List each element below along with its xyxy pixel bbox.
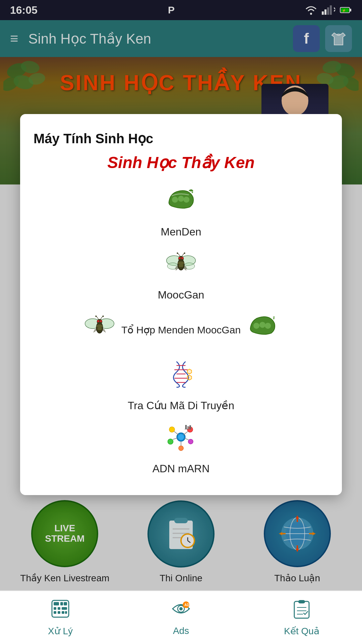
svg-point-39 <box>167 263 178 269</box>
molecule-icon <box>166 422 196 459</box>
nav-item-xuly[interactable]: Xử Lý <box>0 599 121 637</box>
svg-point-57 <box>95 316 97 317</box>
xuly-icon <box>50 599 70 623</box>
modal: Máy Tính Sinh Học Sinh Học Thầy Ken <box>20 114 342 495</box>
svg-point-52 <box>96 324 103 328</box>
modal-subtitle: Sinh Học Thầy Ken <box>34 153 328 172</box>
svg-point-34 <box>172 197 178 203</box>
svg-point-97 <box>179 607 183 610</box>
ads-label: Ads <box>173 626 189 636</box>
modal-item-tracuu[interactable]: Tra Cứu Mã Di Truyền <box>34 359 328 412</box>
svg-rect-100 <box>294 601 309 618</box>
svg-point-48 <box>184 253 185 254</box>
svg-rect-83 <box>189 425 191 429</box>
moocgan-label: MoocGan <box>158 289 204 301</box>
adnmarn-label: ADN mARN <box>153 463 210 475</box>
svg-marker-67 <box>187 369 192 374</box>
modal-header: Máy Tính Sinh Học <box>34 131 328 146</box>
svg-point-70 <box>178 434 184 440</box>
xuly-label: Xử Lý <box>48 626 73 637</box>
svg-point-59 <box>253 323 259 329</box>
modal-item-menden[interactable]: MenDen <box>34 185 328 238</box>
svg-point-43 <box>178 264 184 267</box>
svg-point-61 <box>265 323 271 329</box>
svg-rect-95 <box>65 611 67 614</box>
svg-rect-90 <box>58 607 60 610</box>
ads-icon: AD <box>171 599 191 623</box>
tohop-fly-icon <box>84 311 115 348</box>
menden-label: MenDen <box>161 226 201 238</box>
svg-line-77 <box>183 431 188 435</box>
svg-point-56 <box>100 320 102 322</box>
modal-item-tohop[interactable]: Tổ Hợp Menden MoocGan <box>34 311 328 348</box>
svg-text:AD: AD <box>184 603 189 607</box>
tohop-pea-icon <box>247 311 278 348</box>
svg-rect-93 <box>58 611 60 614</box>
svg-point-46 <box>181 257 184 259</box>
svg-rect-92 <box>54 611 56 614</box>
svg-line-76 <box>174 431 179 435</box>
svg-rect-82 <box>187 426 189 429</box>
svg-point-71 <box>169 427 175 432</box>
svg-point-35 <box>178 196 184 202</box>
svg-rect-87 <box>60 602 63 605</box>
ketqua-icon <box>292 599 312 623</box>
tracuu-label: Tra Cứu Mã Di Truyền <box>128 399 234 412</box>
fly-icon <box>166 248 196 285</box>
svg-line-78 <box>173 438 178 440</box>
ketqua-label: Kết Quả <box>284 626 319 637</box>
svg-point-36 <box>183 197 189 203</box>
modal-item-moocgan[interactable]: MoocGan <box>34 248 328 301</box>
modal-items: MenDen <box>34 185 328 475</box>
svg-point-58 <box>103 316 104 317</box>
modal-item-adnmarn[interactable]: ADN mARN <box>34 422 328 475</box>
svg-point-45 <box>179 257 181 259</box>
svg-rect-101 <box>298 600 305 603</box>
pea-icon <box>166 185 196 222</box>
svg-point-75 <box>179 446 183 450</box>
svg-rect-91 <box>62 607 67 610</box>
nav-item-ketqua[interactable]: Kết Quả <box>241 599 362 637</box>
svg-rect-81 <box>185 425 187 429</box>
dna-icon <box>166 359 196 396</box>
svg-point-60 <box>259 322 265 328</box>
svg-rect-86 <box>54 602 59 605</box>
svg-rect-89 <box>54 607 56 610</box>
svg-point-47 <box>177 253 178 254</box>
svg-point-40 <box>184 263 195 269</box>
svg-point-73 <box>168 439 173 444</box>
svg-point-53 <box>97 327 103 330</box>
svg-marker-68 <box>187 375 192 380</box>
svg-rect-94 <box>62 611 64 614</box>
svg-line-79 <box>185 438 189 440</box>
svg-point-74 <box>188 439 193 444</box>
bottom-nav: Xử Lý AD Ads <box>0 590 362 644</box>
svg-rect-88 <box>64 602 67 605</box>
nav-item-ads[interactable]: AD Ads <box>121 599 241 636</box>
svg-point-55 <box>97 320 100 322</box>
tohop-label: Tổ Hợp Menden MoocGan <box>121 324 241 336</box>
svg-point-42 <box>178 261 184 265</box>
